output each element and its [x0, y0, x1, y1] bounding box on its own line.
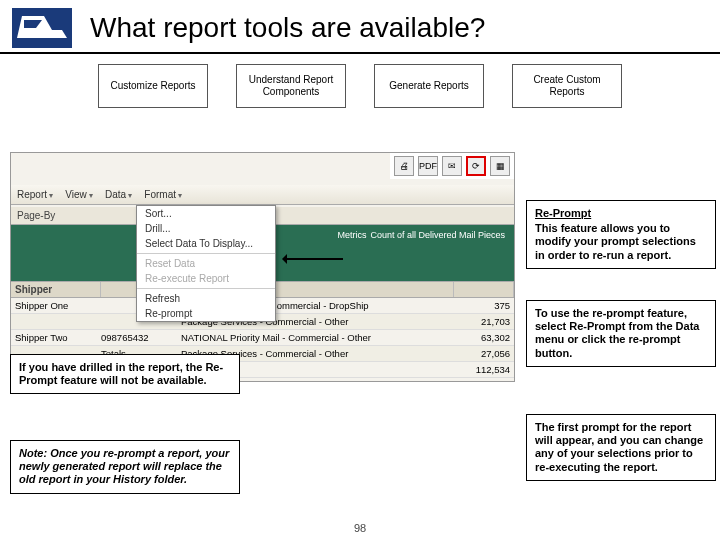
callout-drill-note: If you have drilled in the report, the R… [10, 354, 240, 394]
email-icon[interactable]: ✉ [442, 156, 462, 176]
page-number: 98 [0, 522, 720, 534]
toolbar: 🖨 PDF ✉ ⟳ ▦ [390, 153, 514, 179]
note-body: Once you re-prompt a report, your newly … [19, 447, 229, 485]
usps-logo [12, 8, 72, 48]
callout-title: Re-Prompt [535, 207, 707, 220]
menu-reset-data: Reset Data [137, 256, 275, 271]
menu-reexecute: Re-execute Report [137, 271, 275, 286]
arrow-annotation [283, 258, 343, 260]
menu-view[interactable]: View [59, 189, 99, 200]
page-title: What report tools are available? [90, 12, 485, 44]
callout-usage: To use the re-prompt feature, select Re-… [526, 300, 716, 367]
data-dropdown: Sort... Drill... Select Data To Display.… [136, 205, 276, 322]
nav-customize-reports[interactable]: Customize Reports [98, 64, 208, 108]
slide-header: What report tools are available? [0, 0, 720, 54]
callout-first-prompt: The first prompt for the report will app… [526, 414, 716, 481]
app-screenshot: 🖨 PDF ✉ ⟳ ▦ Report View Data Format Page… [10, 152, 515, 382]
nav-create-custom[interactable]: Create Custom Reports [512, 64, 622, 108]
table-row: Shipper Two 098765432 NATIONAL Priority … [11, 330, 514, 346]
callout-note: Note: Once you re-prompt a report, your … [10, 440, 240, 494]
menubar: Report View Data Format [11, 185, 514, 205]
note-label: Note: [19, 447, 47, 459]
other-icon[interactable]: ▦ [490, 156, 510, 176]
print-icon[interactable]: 🖨 [394, 156, 414, 176]
menu-format[interactable]: Format [138, 189, 188, 200]
col-shipper: Shipper [11, 282, 101, 297]
nav-generate-reports[interactable]: Generate Reports [374, 64, 484, 108]
pdf-icon[interactable]: PDF [418, 156, 438, 176]
menu-select-data[interactable]: Select Data To Display... [137, 236, 275, 251]
callout-body: This feature allows you to modify your p… [535, 222, 696, 260]
menu-sort[interactable]: Sort... [137, 206, 275, 221]
callout-reprompt: Re-Prompt This feature allows you to mod… [526, 200, 716, 269]
nav-boxes: Customize Reports Understand Report Comp… [0, 64, 720, 108]
menu-refresh[interactable]: Refresh [137, 291, 275, 306]
menu-drill[interactable]: Drill... [137, 221, 275, 236]
metrics-header: MetricsCount of all Delivered Mail Piece… [334, 229, 508, 243]
menu-reprompt[interactable]: Re-prompt [137, 306, 275, 321]
nav-understand-components[interactable]: Understand Report Components [236, 64, 346, 108]
menu-report[interactable]: Report [11, 189, 59, 200]
reprompt-icon[interactable]: ⟳ [466, 156, 486, 176]
menu-data[interactable]: Data [99, 189, 138, 200]
col-count [454, 282, 514, 297]
